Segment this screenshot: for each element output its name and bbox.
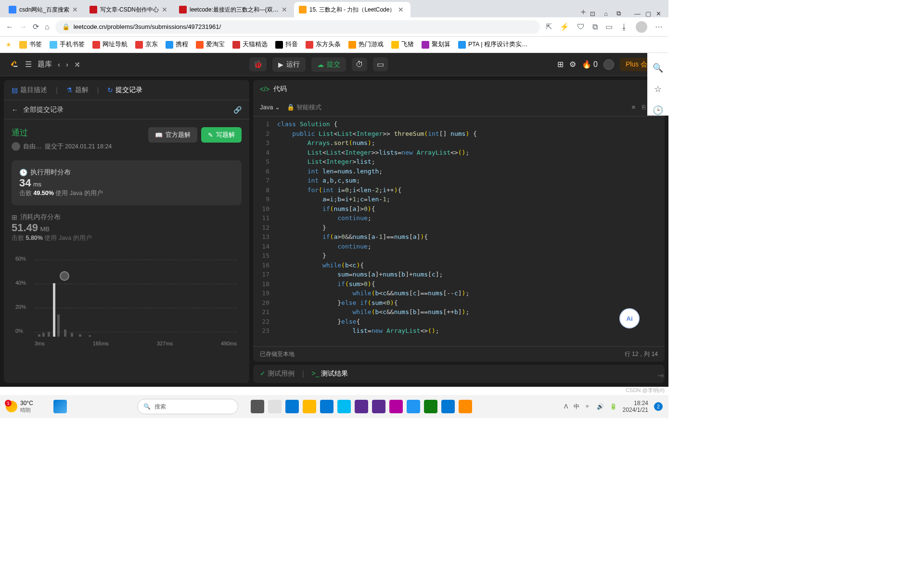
tab-description[interactable]: ▤题目描述	[12, 86, 47, 94]
official-solution-button[interactable]: 📖 官方题解	[148, 127, 197, 143]
maximize-icon[interactable]: ▢	[645, 10, 651, 17]
testresult-tab[interactable]: >_ 测试结果	[312, 369, 348, 378]
weather-widget[interactable]: 1 30°C 晴朗	[6, 400, 33, 414]
extension2-icon[interactable]: ⧉	[592, 23, 598, 31]
notification-badge[interactable]: 2	[654, 402, 663, 411]
problemset-link[interactable]: 题库	[38, 60, 52, 69]
submit-button[interactable]: ☁ 提交	[311, 57, 346, 72]
bookmark-item[interactable]: PTA | 程序设计类实…	[458, 40, 527, 49]
prev-icon[interactable]: ‹	[58, 60, 60, 68]
bookmark-item[interactable]: 抖音	[275, 40, 298, 49]
write-solution-button[interactable]: ✎ 写题解	[201, 127, 242, 143]
shield-icon[interactable]: 🛡	[577, 23, 585, 31]
code-tab-label[interactable]: 代码	[273, 85, 287, 93]
smart-mode[interactable]: 🔒 智能模式	[287, 103, 321, 112]
url-input[interactable]: 🔒 leetcode.cn/problems/3sum/submissions/…	[55, 20, 540, 34]
language-select[interactable]: Java ⌄	[260, 104, 280, 111]
taskbar-app-icon[interactable]	[355, 400, 368, 413]
timer-icon[interactable]: ⏱	[352, 58, 367, 71]
taskbar-app-icon[interactable]	[268, 400, 282, 413]
reload-icon[interactable]: ⟳	[33, 22, 39, 31]
tray-chevron-icon[interactable]: ᐱ	[564, 403, 568, 410]
browser-tab[interactable]: 写文章-CSDN创作中心✕	[85, 2, 174, 17]
ai-assistant-button[interactable]: Ai	[619, 308, 640, 328]
bookmark-item[interactable]: 天猫精选	[232, 40, 268, 49]
taskbar-app-icon[interactable]	[441, 400, 455, 413]
wifi-icon[interactable]: ᯤ	[585, 403, 591, 410]
tab-close-icon[interactable]: ✕	[398, 6, 406, 13]
history-side-icon[interactable]: 🕒	[653, 105, 663, 116]
leetcode-logo-icon[interactable]	[9, 59, 19, 70]
taskbar-app-icon[interactable]	[303, 400, 316, 413]
expand-side-icon[interactable]: ⇥	[657, 371, 664, 380]
run-button[interactable]: ▶ 运行	[272, 57, 306, 72]
shuffle-icon[interactable]: ⤨	[74, 60, 80, 69]
link-icon[interactable]: 🔗	[233, 106, 242, 114]
taskbar-app-icon[interactable]	[251, 400, 264, 413]
clock[interactable]: 18:24 2024/1/21	[623, 400, 648, 414]
extensions-icon[interactable]: ⌂	[604, 10, 608, 17]
tab-close-icon[interactable]: ✕	[282, 6, 289, 13]
all-submissions-label[interactable]: 全部提交记录	[23, 105, 64, 114]
forward-icon[interactable]: →	[19, 23, 27, 31]
taskbar-search[interactable]: 🔍 搜索	[137, 399, 238, 414]
download-icon[interactable]: ⭳	[620, 23, 628, 31]
back-arrow-icon[interactable]: ←	[12, 106, 18, 114]
share-icon[interactable]: ⇱	[546, 22, 552, 31]
bookmark-item[interactable]: 爱淘宝	[196, 40, 225, 49]
bookmark-item[interactable]: 京东	[135, 40, 158, 49]
back-icon[interactable]: ←	[6, 23, 13, 31]
taskbar-app-icon[interactable]	[407, 400, 420, 413]
bookmark-item[interactable]: 书签	[19, 40, 42, 49]
volume-icon[interactable]: 🔊	[597, 403, 604, 410]
start-icon[interactable]	[53, 400, 67, 413]
tab-close-icon[interactable]: ✕	[162, 6, 169, 13]
runtime-card[interactable]: 🕒执行用时分布 34 ms 击败 49.50% 使用 Java 的用户	[12, 160, 242, 205]
home-icon[interactable]: ⌂	[45, 23, 50, 31]
testcase-tab[interactable]: ✓ 测试用例	[260, 369, 295, 378]
taskbar-app-icon[interactable]	[424, 400, 437, 413]
tab-icon[interactable]: ▭	[605, 22, 613, 31]
note-icon[interactable]: ▭	[373, 57, 388, 71]
minimize-icon[interactable]: —	[634, 10, 641, 17]
profile-icon[interactable]	[636, 21, 647, 33]
browser-tab[interactable]: leetcode:最接近的三数之和---(双…✕	[174, 2, 294, 17]
debug-icon[interactable]: 🐞	[249, 57, 267, 71]
bookmark-item[interactable]: 聚划算	[422, 40, 450, 49]
tab-submissions[interactable]: ↻提交记录	[107, 86, 142, 94]
layout-icon[interactable]: ⊞	[557, 60, 564, 69]
settings-icon[interactable]: ⚙	[569, 60, 576, 69]
browser-tab[interactable]: 15. 三数之和 - 力扣（LeetCode）✕	[294, 2, 411, 17]
streak-count[interactable]: 🔥 0	[582, 60, 598, 69]
taskbar-app-icon[interactable]	[285, 400, 299, 413]
bolt-icon[interactable]: ⚡	[560, 22, 569, 31]
format-icon[interactable]: ≡	[631, 104, 635, 111]
bookmark-item[interactable]: 东方头条	[306, 40, 341, 49]
taskbar-app-icon[interactable]	[389, 400, 403, 413]
close-icon[interactable]: ✕	[656, 10, 661, 17]
tab-actions-icon[interactable]: ⊡	[590, 10, 595, 17]
bookmark-item[interactable]: 携程	[166, 40, 188, 49]
bookmark-item[interactable]: 手机书签	[50, 40, 85, 49]
puzzle-icon[interactable]: ⧉	[616, 10, 621, 17]
next-icon[interactable]: ›	[66, 60, 68, 68]
taskbar-app-icon[interactable]	[459, 400, 472, 413]
browser-tab[interactable]: csdn网站_百度搜索✕	[4, 2, 85, 17]
tab-close-icon[interactable]: ✕	[72, 6, 80, 13]
bookmark-item[interactable]: 飞猪	[391, 40, 414, 49]
taskbar-app-icon[interactable]	[320, 400, 334, 413]
search-side-icon[interactable]: 🔍	[653, 63, 663, 73]
bookmark-item[interactable]: 网址导航	[92, 40, 128, 49]
bookmark-item[interactable]: 热门游戏	[348, 40, 384, 49]
star-side-icon[interactable]: ☆	[654, 84, 662, 94]
ime-icon[interactable]: 中	[574, 403, 579, 411]
new-tab-button[interactable]: ＋	[577, 6, 590, 17]
list-icon[interactable]: ☰	[25, 60, 32, 69]
taskbar-app-icon[interactable]	[337, 400, 351, 413]
tab-solution[interactable]: ⚗题解	[66, 86, 89, 94]
menu-icon[interactable]: ⋯	[655, 22, 663, 31]
bookmark-icon[interactable]: ⎘	[642, 104, 646, 111]
battery-icon[interactable]: 🔋	[610, 403, 617, 410]
taskbar-app-icon[interactable]	[372, 400, 385, 413]
code-editor[interactable]: 1234567891011121314151617181920212223 cl…	[253, 117, 665, 346]
